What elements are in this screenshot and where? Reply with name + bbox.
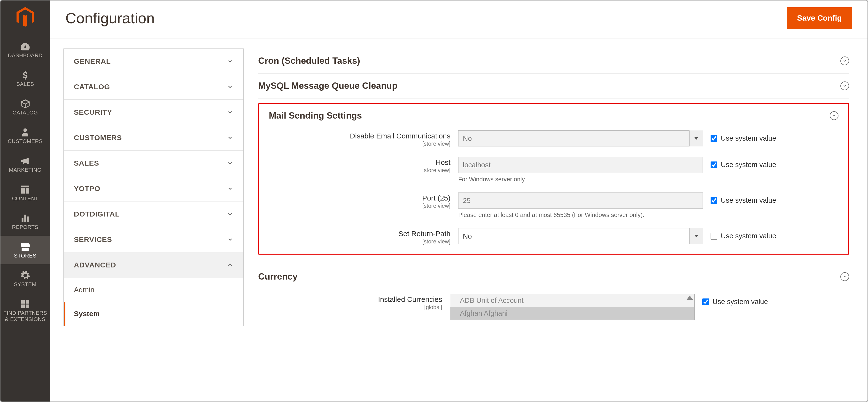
nav-system[interactable]: SYSTEM <box>0 264 50 293</box>
host-input <box>458 157 703 173</box>
chevron-down-icon <box>227 58 233 64</box>
field-installed-currencies: Installed Currencies[global] ADB Unit of… <box>258 294 849 320</box>
section-toggle-currency[interactable]: Currency <box>258 271 849 282</box>
config-panel: Cron (Scheduled Tasks) MySQL Message Que… <box>258 49 854 402</box>
tab-advanced[interactable]: ADVANCED <box>64 252 243 278</box>
nav-dashboard[interactable]: DASHBOARD <box>0 35 50 64</box>
use-system-checkbox[interactable] <box>711 233 717 239</box>
config-tabs: GENERAL CATALOG SECURITY CUSTOMERS SALES… <box>63 49 244 326</box>
field-return-path: Set Return-Path[store view] Use system v… <box>267 228 841 245</box>
host-note: For Windows server only. <box>458 176 703 183</box>
field-port: Port (25)[store view] Please enter at le… <box>267 193 841 219</box>
dropdown-arrow-icon[interactable] <box>689 228 703 244</box>
nav-sales[interactable]: SALES <box>0 64 50 93</box>
return-path-value[interactable] <box>458 228 703 244</box>
use-system-host[interactable]: Use system value <box>711 157 776 169</box>
disable-email-select <box>458 131 703 146</box>
tab-dotdigital[interactable]: DOTDIGITAL <box>64 201 243 227</box>
page-title: Configuration <box>65 9 155 27</box>
use-system-currencies[interactable]: Use system value <box>702 294 768 306</box>
scroll-up-icon <box>687 295 693 302</box>
nav-partners[interactable]: FIND PARTNERS & EXTENSIONS <box>0 293 50 328</box>
nav-catalog[interactable]: CATALOG <box>0 93 50 121</box>
nav-reports[interactable]: REPORTS <box>0 207 50 236</box>
magento-logo[interactable] <box>13 5 37 29</box>
tab-security[interactable]: SECURITY <box>64 99 243 125</box>
bars-icon <box>2 212 48 223</box>
nav-label: DASHBOARD <box>8 52 42 58</box>
tab-services[interactable]: SERVICES <box>64 227 243 252</box>
section-toggle-mysql[interactable]: MySQL Message Queue Cleanup <box>258 81 849 91</box>
tab-label: CUSTOMERS <box>74 134 122 142</box>
dropdown-arrow-icon <box>689 131 703 146</box>
use-system-checkbox[interactable] <box>711 197 717 204</box>
section-toggle-mail[interactable]: Mail Sending Settings <box>267 111 841 121</box>
use-system-label: Use system value <box>713 298 768 306</box>
use-system-checkbox[interactable] <box>711 135 717 142</box>
section-mail-sending: Mail Sending Settings Disable Email Comm… <box>258 103 849 255</box>
tab-catalog[interactable]: CATALOG <box>64 74 243 99</box>
use-system-return-path[interactable]: Use system value <box>711 228 776 240</box>
field-label-text: Installed Currencies <box>378 295 442 303</box>
chevron-down-icon <box>227 84 233 90</box>
field-label-text: Host <box>435 158 451 166</box>
gear-icon <box>2 269 48 280</box>
box-icon <box>2 97 48 109</box>
chevron-down-icon <box>227 211 233 217</box>
use-system-disable[interactable]: Use system value <box>711 131 776 142</box>
person-icon <box>2 126 48 137</box>
save-config-button[interactable]: Save Config <box>787 7 852 29</box>
nav-marketing[interactable]: MARKETING <box>0 150 50 178</box>
nav-customers[interactable]: CUSTOMERS <box>0 121 50 150</box>
gauge-icon <box>2 40 48 51</box>
subtab-admin[interactable]: Admin <box>64 278 243 302</box>
chevron-down-icon <box>227 135 233 141</box>
field-scope: [store view] <box>267 203 451 209</box>
port-note: Please enter at least 0 and at most 6553… <box>458 211 703 219</box>
field-label-text: Set Return-Path <box>398 230 451 238</box>
dollar-icon <box>2 69 48 80</box>
use-system-port[interactable]: Use system value <box>711 193 776 204</box>
section-title: MySQL Message Queue Cleanup <box>258 81 397 91</box>
nav-label: FIND PARTNERS & EXTENSIONS <box>3 310 47 322</box>
tab-label: DOTDIGITAL <box>74 210 120 218</box>
blocks-icon <box>2 298 48 309</box>
collapse-icon <box>830 111 838 120</box>
tab-label: GENERAL <box>74 57 111 65</box>
return-path-select[interactable] <box>458 228 703 244</box>
tab-yotpo[interactable]: YOTPO <box>64 176 243 201</box>
field-scope: [store view] <box>267 238 451 245</box>
section-mysql: MySQL Message Queue Cleanup <box>258 74 849 98</box>
field-host: Host[store view] For Windows server only… <box>267 157 841 183</box>
tab-customers[interactable]: CUSTOMERS <box>64 125 243 150</box>
nav-label: CUSTOMERS <box>8 138 42 144</box>
nav-content[interactable]: CONTENT <box>0 178 50 207</box>
chevron-down-icon <box>227 160 233 166</box>
tab-general[interactable]: GENERAL <box>64 49 243 74</box>
collapse-icon <box>840 272 849 281</box>
field-scope: [store view] <box>267 141 451 147</box>
storefront-icon <box>2 240 48 252</box>
section-cron: Cron (Scheduled Tasks) <box>258 49 849 74</box>
field-scope: [store view] <box>267 167 451 174</box>
expand-icon <box>840 57 849 65</box>
section-title: Mail Sending Settings <box>269 111 362 121</box>
use-system-checkbox[interactable] <box>702 298 709 305</box>
use-system-label: Use system value <box>721 134 776 142</box>
tab-label: SECURITY <box>74 108 112 116</box>
nav-label: REPORTS <box>12 224 38 230</box>
chevron-down-icon <box>227 236 233 243</box>
nav-label: SALES <box>17 81 34 87</box>
use-system-checkbox[interactable] <box>711 162 717 168</box>
field-label-text: Disable Email Communications <box>350 132 451 140</box>
nav-stores[interactable]: STORES <box>0 236 50 264</box>
section-toggle-cron[interactable]: Cron (Scheduled Tasks) <box>258 56 849 66</box>
subtab-system[interactable]: System <box>64 302 243 326</box>
chevron-down-icon <box>227 109 233 115</box>
tab-sales[interactable]: SALES <box>64 150 243 176</box>
use-system-label: Use system value <box>721 196 776 204</box>
field-disable-email: Disable Email Communications[store view]… <box>267 131 841 147</box>
installed-currencies-multiselect: ADB Unit of Account Afghan Afghani <box>450 294 694 320</box>
field-label-text: Port (25) <box>422 194 451 202</box>
use-system-label: Use system value <box>721 161 776 169</box>
